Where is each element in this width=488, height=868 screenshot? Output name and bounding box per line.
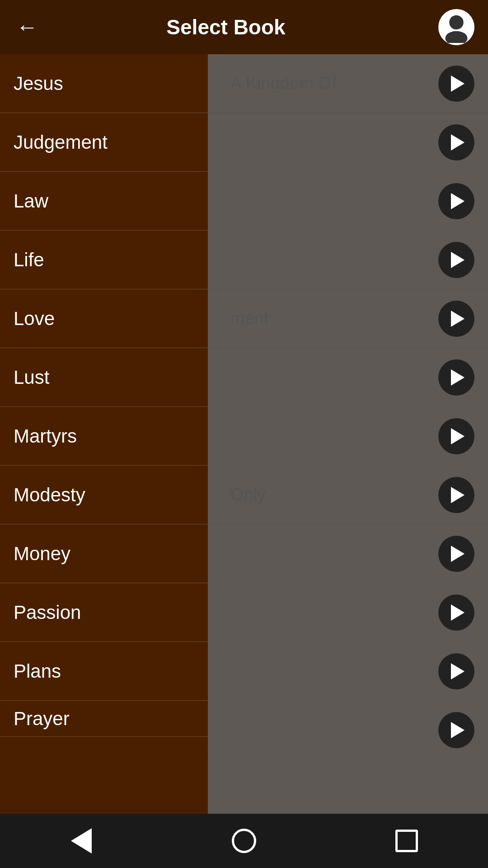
play-icon — [451, 252, 465, 268]
play-icon — [451, 546, 465, 562]
content-item-9 — [208, 583, 488, 642]
content-item-1 — [208, 113, 488, 172]
content-item-7: Only — [208, 466, 488, 524]
play-button-9[interactable] — [438, 594, 474, 631]
sidebar-item-plans[interactable]: Plans — [0, 642, 208, 701]
play-button-6[interactable] — [438, 418, 474, 454]
nav-home-icon — [232, 829, 256, 853]
sidebar-item-label: Money — [14, 543, 70, 565]
play-button-1[interactable] — [438, 124, 474, 160]
play-icon — [451, 722, 465, 738]
content-item-3 — [208, 231, 488, 289]
person-icon — [441, 11, 472, 43]
play-button-0[interactable] — [438, 66, 474, 102]
sidebar: Jesus Judgement Law Life Love Lust Marty… — [0, 54, 208, 814]
play-icon — [451, 369, 465, 386]
sidebar-item-money[interactable]: Money — [0, 524, 208, 583]
sidebar-item-modesty[interactable]: Modesty — [0, 466, 208, 524]
svg-point-0 — [449, 15, 464, 30]
nav-recent-icon — [395, 830, 418, 852]
sidebar-item-label: Life — [14, 249, 44, 271]
content-item-8 — [208, 524, 488, 583]
sidebar-item-label: Martyrs — [14, 425, 77, 447]
sidebar-item-passion[interactable]: Passion — [0, 583, 208, 642]
sidebar-item-label: Plans — [14, 660, 61, 682]
nav-recent-button[interactable] — [384, 818, 429, 863]
page-title: Select Book — [14, 15, 438, 39]
sidebar-item-label: Jesus — [14, 73, 63, 94]
content-item-text: A Kingdom Of — [221, 74, 438, 93]
play-icon — [451, 193, 465, 209]
svg-point-1 — [446, 31, 468, 43]
content-panel: A Kingdom Of ment — [208, 54, 488, 814]
content-item-2 — [208, 172, 488, 231]
sidebar-item-label: Love — [14, 308, 55, 330]
sidebar-item-label: Prayer — [14, 708, 70, 730]
content-item-0: A Kingdom Of — [208, 54, 488, 113]
main-container: Jesus Judgement Law Life Love Lust Marty… — [0, 54, 488, 814]
play-icon — [451, 311, 465, 327]
nav-bar — [0, 814, 488, 868]
nav-home-button[interactable] — [221, 818, 267, 863]
content-item-4: ment — [208, 289, 488, 348]
sidebar-item-prayer[interactable]: Prayer — [0, 701, 208, 737]
content-item-11 — [208, 701, 488, 760]
content-item-text: Only — [221, 485, 438, 505]
sidebar-item-label: Law — [14, 190, 48, 212]
play-icon — [451, 134, 465, 151]
play-button-11[interactable] — [438, 712, 474, 748]
sidebar-item-law[interactable]: Law — [0, 172, 208, 231]
sidebar-item-jesus[interactable]: Jesus — [0, 54, 208, 113]
sidebar-item-life[interactable]: Life — [0, 231, 208, 289]
play-icon — [451, 428, 465, 444]
play-button-2[interactable] — [438, 183, 474, 219]
nav-back-button[interactable] — [59, 818, 104, 863]
content-item-10 — [208, 642, 488, 701]
content-item-text: ment — [221, 309, 438, 328]
content-item-6 — [208, 407, 488, 466]
play-button-8[interactable] — [438, 536, 474, 572]
sidebar-item-label: Lust — [14, 367, 49, 388]
sidebar-item-love[interactable]: Love — [0, 289, 208, 348]
play-icon — [451, 75, 465, 92]
sidebar-item-judgement[interactable]: Judgement — [0, 113, 208, 172]
nav-back-icon — [71, 828, 92, 854]
play-button-3[interactable] — [438, 242, 474, 278]
sidebar-item-label: Passion — [14, 602, 81, 623]
play-button-5[interactable] — [438, 359, 474, 396]
sidebar-item-lust[interactable]: Lust — [0, 348, 208, 407]
play-button-7[interactable] — [438, 477, 474, 513]
profile-button[interactable] — [438, 9, 474, 45]
content-item-5 — [208, 348, 488, 407]
play-icon — [451, 487, 465, 503]
header: ← Select Book — [0, 0, 488, 54]
play-button-10[interactable] — [438, 653, 474, 689]
sidebar-item-label: Judgement — [14, 132, 108, 153]
play-icon — [451, 663, 465, 679]
sidebar-item-label: Modesty — [14, 484, 85, 506]
play-button-4[interactable] — [438, 301, 474, 337]
sidebar-item-martyrs[interactable]: Martyrs — [0, 407, 208, 466]
play-icon — [451, 604, 465, 621]
